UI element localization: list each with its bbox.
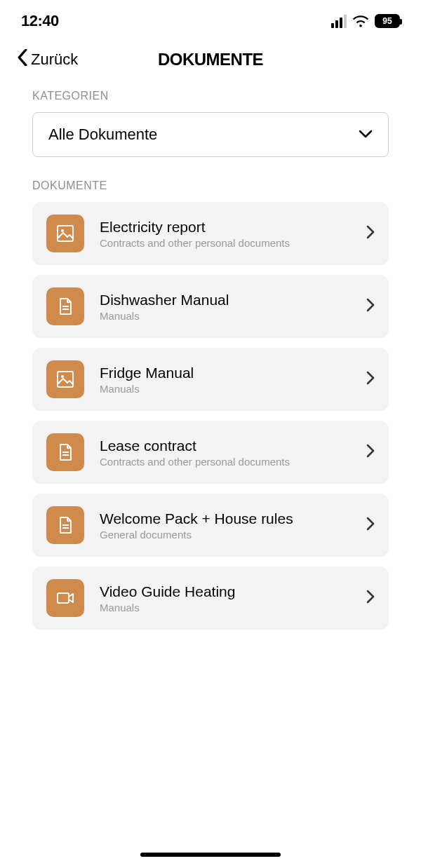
wifi-icon <box>352 15 369 27</box>
chevron-right-icon <box>366 298 375 315</box>
document-item[interactable]: Electricity reportContracts and other pe… <box>32 202 389 265</box>
document-text: Welcome Pack + House rulesGeneral docume… <box>100 510 351 541</box>
document-item[interactable]: Lease contractContracts and other person… <box>32 421 389 484</box>
back-button[interactable]: Zurück <box>17 49 78 70</box>
section-label-documents: DOKUMENTE <box>0 172 421 202</box>
document-item[interactable]: Fridge ManualManuals <box>32 348 389 411</box>
section-label-categories: KATEGORIEN <box>0 83 421 112</box>
document-item[interactable]: Dishwasher ManualManuals <box>32 275 389 338</box>
document-subtitle: Manuals <box>100 310 351 322</box>
svg-rect-4 <box>58 372 73 387</box>
chevron-right-icon <box>366 517 375 534</box>
chevron-right-icon <box>366 444 375 461</box>
document-title: Lease contract <box>100 438 351 454</box>
dropdown-selected-label: Alle Dokumente <box>48 126 157 144</box>
chevron-right-icon <box>366 590 375 606</box>
back-label: Zurück <box>31 50 78 69</box>
document-text: Video Guide HeatingManuals <box>100 583 351 613</box>
battery-icon: 95 <box>375 14 400 28</box>
svg-point-5 <box>61 375 64 378</box>
image-icon <box>46 360 84 398</box>
file-icon <box>46 287 84 325</box>
document-title: Dishwasher Manual <box>100 292 351 308</box>
chevron-right-icon <box>366 371 375 388</box>
document-list: Electricity reportContracts and other pe… <box>0 202 421 630</box>
document-text: Electricity reportContracts and other pe… <box>100 219 351 249</box>
document-subtitle: General documents <box>100 529 351 541</box>
document-text: Fridge ManualManuals <box>100 365 351 395</box>
video-icon <box>46 579 84 617</box>
document-title: Fridge Manual <box>100 365 351 381</box>
page-title: DOKUMENTE <box>158 50 263 69</box>
document-subtitle: Manuals <box>100 383 351 395</box>
document-text: Dishwasher ManualManuals <box>100 292 351 322</box>
svg-rect-0 <box>58 226 73 241</box>
document-subtitle: Manuals <box>100 602 351 613</box>
document-title: Electricity report <box>100 219 351 236</box>
battery-level: 95 <box>382 16 392 26</box>
document-item[interactable]: Welcome Pack + House rulesGeneral docume… <box>32 494 389 557</box>
svg-rect-10 <box>58 593 69 603</box>
document-subtitle: Contracts and other personal documents <box>100 237 351 249</box>
chevron-down-icon <box>359 128 373 141</box>
status-icons: 95 <box>331 14 400 28</box>
document-item[interactable]: Video Guide HeatingManuals <box>32 567 389 630</box>
status-time: 12:40 <box>21 12 59 30</box>
image-icon <box>46 215 84 252</box>
status-bar: 12:40 95 <box>0 0 421 39</box>
chevron-right-icon <box>366 225 375 242</box>
file-icon <box>46 506 84 544</box>
chevron-left-icon <box>17 49 28 70</box>
document-title: Video Guide Heating <box>100 583 351 600</box>
svg-point-1 <box>61 229 64 232</box>
category-dropdown[interactable]: Alle Dokumente <box>32 112 389 157</box>
home-indicator[interactable] <box>140 853 281 857</box>
file-icon <box>46 433 84 471</box>
document-title: Welcome Pack + House rules <box>100 510 351 527</box>
document-subtitle: Contracts and other personal documents <box>100 456 351 468</box>
cellular-signal-icon <box>331 15 347 28</box>
document-text: Lease contractContracts and other person… <box>100 438 351 468</box>
nav-bar: Zurück DOKUMENTE <box>0 39 421 83</box>
